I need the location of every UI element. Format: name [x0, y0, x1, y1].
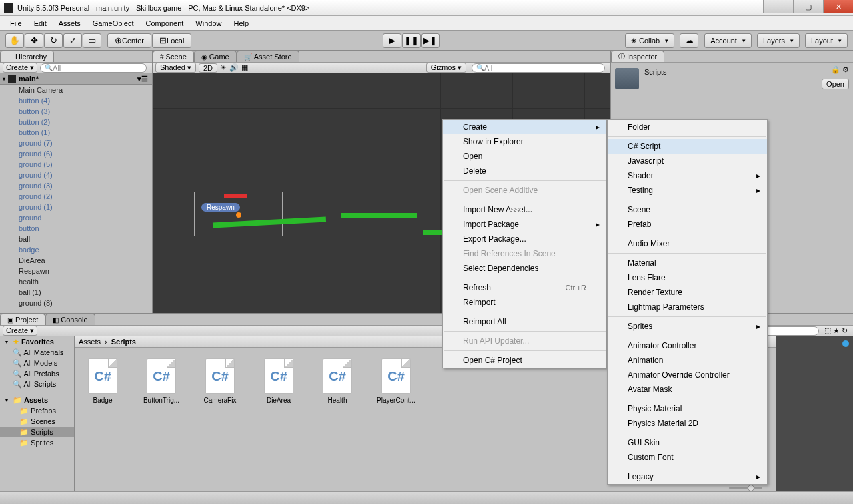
script-file[interactable]: C#DieArea	[259, 358, 299, 404]
script-file[interactable]: C#Health	[317, 358, 357, 404]
hierarchy-item[interactable]: button (4)	[0, 95, 152, 106]
menu-item[interactable]: Import Package	[443, 217, 606, 232]
menu-item[interactable]: C# Script	[608, 139, 767, 154]
open-button[interactable]: Open	[822, 79, 849, 89]
menu-item[interactable]: Animator Override Controller	[608, 368, 767, 382]
rect-tool[interactable]: ▭	[83, 33, 101, 48]
script-file[interactable]: C#CameraFix	[200, 358, 240, 404]
menu-item[interactable]: Sprites	[608, 319, 767, 334]
menu-item[interactable]: GUI Skin	[608, 435, 767, 450]
move-tool[interactable]: ✥	[25, 33, 43, 48]
menu-item[interactable]: RefreshCtrl+R	[443, 280, 606, 295]
menu-item[interactable]: Lightmap Parameters	[608, 300, 767, 314]
pause-button[interactable]: ❚❚	[402, 33, 421, 48]
mode-2d-toggle[interactable]: 2D	[199, 63, 217, 73]
hierarchy-item[interactable]: DieArea	[0, 255, 152, 266]
hierarchy-item[interactable]: button (1)	[0, 127, 152, 138]
asset-folder[interactable]: 📁 Sprites	[0, 437, 74, 448]
menu-item[interactable]: Javascript	[608, 154, 767, 168]
pivot-local-button[interactable]: ⊞ Local	[152, 33, 191, 48]
hierarchy-item[interactable]: badge	[0, 244, 152, 255]
project-tab[interactable]: ▣ Project	[0, 314, 45, 325]
scale-tool[interactable]: ⤢	[63, 33, 82, 48]
lighting-icon[interactable]: ☀	[220, 63, 227, 72]
maximize-button[interactable]: ▢	[793, 0, 823, 13]
hand-tool[interactable]: ✋	[5, 33, 24, 48]
menu-item[interactable]: Folder	[608, 120, 767, 134]
play-button[interactable]: ▶	[383, 33, 401, 48]
script-file[interactable]: C#Badge	[83, 358, 123, 404]
collab-dropdown[interactable]: ◈ Collab	[625, 33, 674, 48]
menu-item[interactable]: Import New Asset...	[443, 202, 606, 217]
hierarchy-item[interactable]: health	[0, 276, 152, 287]
favorite-item[interactable]: 🔍 All Prefabs	[0, 368, 74, 379]
hierarchy-item[interactable]: Respawn	[0, 266, 152, 276]
pivot-center-button[interactable]: ⊕ Center	[107, 33, 151, 48]
menu-item[interactable]: Legacy	[608, 469, 767, 484]
menu-item[interactable]: Show in Explorer	[443, 134, 606, 149]
ball-object[interactable]	[236, 212, 241, 218]
hierarchy-item[interactable]: button (2)	[0, 117, 152, 127]
menu-file[interactable]: File	[4, 18, 28, 29]
menu-item[interactable]: Animator Controller	[608, 338, 767, 353]
menu-item[interactable]: Open C# Project	[443, 353, 606, 368]
menu-help[interactable]: Help	[227, 18, 255, 29]
hierarchy-item[interactable]: ground (3)	[0, 180, 152, 191]
favorite-item[interactable]: 🔍 All Scripts	[0, 379, 74, 389]
layout-dropdown[interactable]: Layout	[805, 33, 848, 48]
hierarchy-item[interactable]: ground (4)	[0, 170, 152, 180]
hierarchy-item[interactable]: Main Camera	[0, 85, 152, 95]
menu-item[interactable]: Shader	[608, 168, 767, 183]
fx-icon[interactable]: ▦	[241, 63, 248, 72]
menu-item[interactable]: Export Package...	[443, 232, 606, 246]
menu-item[interactable]: Select Dependencies	[443, 261, 606, 276]
menu-item[interactable]: Lens Flare	[608, 270, 767, 285]
project-create-dropdown[interactable]: Create ▾	[3, 326, 37, 336]
rotate-tool[interactable]: ↻	[44, 33, 63, 48]
hierarchy-item[interactable]: ground (6)	[0, 148, 152, 159]
red-object[interactable]	[224, 194, 247, 198]
minimize-button[interactable]: ─	[763, 0, 793, 13]
asset-folder[interactable]: 📁 Scripts	[0, 427, 74, 437]
gizmos-dropdown[interactable]: Gizmos ▾	[426, 63, 466, 73]
menu-item[interactable]: Animation	[608, 353, 767, 368]
menu-item[interactable]: Physic Material	[608, 401, 767, 416]
console-tab[interactable]: ◧ Console	[45, 314, 95, 325]
hierarchy-item[interactable]: ground (1)	[0, 202, 152, 212]
menu-item[interactable]: Testing	[608, 183, 767, 198]
assetstore-tab[interactable]: 🛒 Asset Store	[237, 51, 299, 62]
scene-tab[interactable]: # Scene	[153, 51, 194, 62]
breadcrumb-scripts[interactable]: Scripts	[111, 338, 136, 346]
script-file[interactable]: C#PlayerCont...	[376, 358, 416, 404]
menu-edit[interactable]: Edit	[28, 18, 53, 29]
menu-window[interactable]: Window	[189, 18, 227, 29]
menu-item[interactable]: Open	[443, 149, 606, 164]
hierarchy-create-dropdown[interactable]: Create ▾	[3, 63, 37, 73]
menu-item[interactable]: Prefab	[608, 217, 767, 232]
scene-search[interactable]: 🔍All	[472, 63, 605, 73]
cloud-button[interactable]: ☁	[680, 33, 698, 48]
assets-header[interactable]: ▾📁Assets	[0, 395, 74, 405]
shaded-dropdown[interactable]: Shaded ▾	[155, 63, 196, 73]
menu-assets[interactable]: Assets	[53, 18, 87, 29]
hierarchy-item[interactable]: ball	[0, 234, 152, 244]
close-button[interactable]: ✕	[823, 0, 853, 13]
hierarchy-item[interactable]: ground	[0, 212, 152, 223]
hierarchy-item[interactable]: ground (2)	[0, 191, 152, 202]
menu-item[interactable]: Custom Font	[608, 450, 767, 465]
menu-item[interactable]: Audio Mixer	[608, 236, 767, 251]
hierarchy-item[interactable]: ball (1)	[0, 287, 152, 298]
hierarchy-item[interactable]: ground (5)	[0, 159, 152, 170]
menu-item[interactable]: Reimport	[443, 295, 606, 310]
hierarchy-search[interactable]: 🔍All	[40, 63, 147, 73]
scene-header[interactable]: main* ▾☰	[0, 73, 152, 85]
zoom-slider[interactable]	[729, 487, 762, 489]
hierarchy-item[interactable]: ground (7)	[0, 138, 152, 148]
menu-component[interactable]: Component	[139, 18, 189, 29]
inspector-tab[interactable]: ⓘ Inspector	[611, 51, 664, 62]
asset-folder[interactable]: 📁 Prefabs	[0, 405, 74, 416]
game-tab[interactable]: ◉ Game	[194, 51, 237, 62]
menu-item[interactable]: Reimport All	[443, 314, 606, 329]
menu-item[interactable]: Material	[608, 256, 767, 270]
step-button[interactable]: ▶❚	[421, 33, 440, 48]
